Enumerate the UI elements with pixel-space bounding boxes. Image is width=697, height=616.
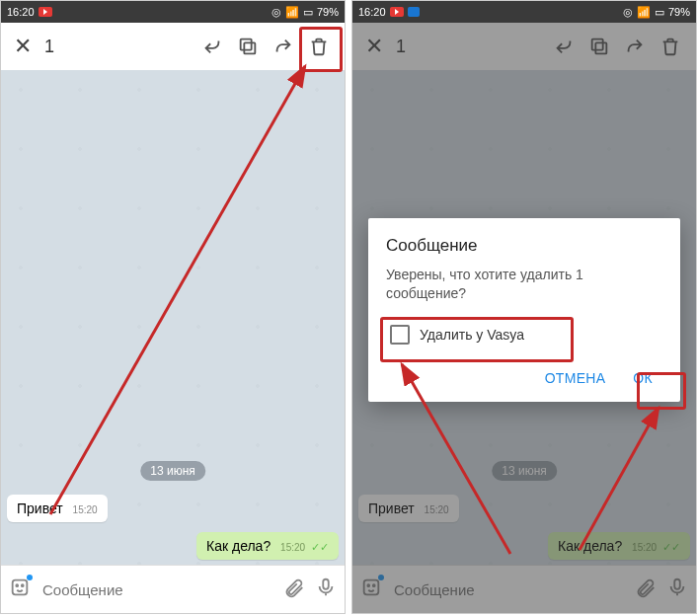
phone-left: 16:20 ◎ 📶 ▭ 79% ✕ 1 13 июня Привет 15 xyxy=(0,0,346,614)
svg-rect-5 xyxy=(323,579,329,589)
youtube-icon xyxy=(39,7,52,17)
message-time: 15:20 xyxy=(73,504,98,515)
status-time: 16:20 xyxy=(358,6,386,18)
read-ticks-icon: ✓✓ xyxy=(311,541,329,553)
attach-button[interactable] xyxy=(283,577,305,602)
svg-rect-2 xyxy=(13,580,28,595)
message-input-bar xyxy=(1,565,345,613)
message-out[interactable]: Как дела? 15:20 ✓✓ xyxy=(196,532,339,560)
delete-dialog: Сообщение Уверены, что хотите удалить 1 … xyxy=(368,218,680,402)
battery-icon: ▭ xyxy=(655,6,664,19)
chat-area[interactable]: 13 июня Привет 15:20 Как дела? 15:20 ✓✓ xyxy=(1,70,345,566)
ok-button[interactable]: ОК xyxy=(623,364,662,392)
svg-point-4 xyxy=(22,584,24,586)
message-in[interactable]: Привет 15:20 xyxy=(7,495,108,522)
cancel-button[interactable]: ОТМЕНА xyxy=(535,364,616,392)
close-icon[interactable]: ✕ xyxy=(9,34,37,59)
delete-for-checkbox[interactable]: Удалить у Vasya xyxy=(386,319,662,350)
dialog-title: Сообщение xyxy=(386,236,662,256)
status-bar: 16:20 ◎ 📶 ▭ 79% xyxy=(352,1,696,23)
mic-button[interactable] xyxy=(315,577,337,602)
message-input[interactable] xyxy=(40,580,273,599)
checkbox-icon xyxy=(390,325,410,345)
date-chip: 13 июня xyxy=(140,461,205,481)
signal-icon: 📶 xyxy=(285,6,299,19)
signal-icon: 📶 xyxy=(637,6,651,19)
message-text: Как дела? xyxy=(206,538,271,554)
svg-rect-1 xyxy=(241,39,252,50)
delete-button[interactable] xyxy=(301,36,337,57)
status-battery: 79% xyxy=(317,6,339,18)
selection-toolbar: ✕ 1 xyxy=(1,23,345,71)
message-time: 15:20 xyxy=(280,542,305,553)
status-battery: 79% xyxy=(668,6,690,18)
status-time: 16:20 xyxy=(7,6,35,18)
reply-button[interactable] xyxy=(194,36,230,57)
checkbox-label: Удалить у Vasya xyxy=(420,327,524,343)
forward-button[interactable] xyxy=(266,36,301,57)
svg-point-3 xyxy=(16,584,18,586)
copy-button[interactable] xyxy=(230,36,266,57)
youtube-icon xyxy=(390,7,404,17)
phone-right: 16:20 ◎ 📶 ▭ 79% ✕ 1 13 июня Привет 15:20… xyxy=(351,0,697,614)
svg-rect-0 xyxy=(244,42,255,53)
battery-icon: ▭ xyxy=(303,6,313,19)
status-bar: 16:20 ◎ 📶 ▭ 79% xyxy=(1,1,345,23)
dialog-body: Уверены, что хотите удалить 1 сообщение? xyxy=(386,266,662,303)
app-icon xyxy=(408,7,420,17)
emoji-button[interactable] xyxy=(9,577,31,602)
wifi-icon: ◎ xyxy=(623,6,633,19)
message-text: Привет xyxy=(17,500,63,516)
wifi-icon: ◎ xyxy=(271,6,281,19)
dialog-actions: ОТМЕНА ОК xyxy=(386,364,662,392)
selection-count: 1 xyxy=(44,37,54,57)
